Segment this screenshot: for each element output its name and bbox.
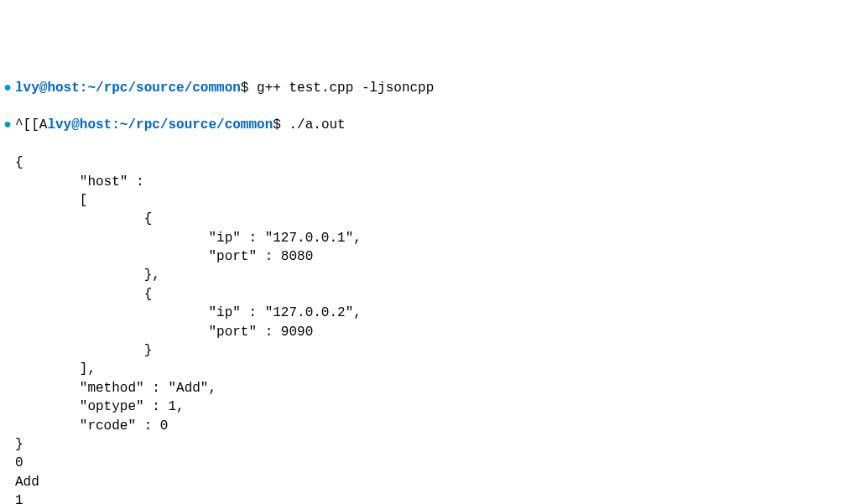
output-line: ], [0,360,854,378]
output-line: { [0,285,854,304]
output-line: { [0,153,854,172]
output-line: } [0,341,854,360]
space [281,116,289,134]
output-line: "port" : 9090 [0,323,854,341]
user-host: lvy@host [47,116,112,134]
colon: : [80,79,88,97]
output-line: 1 [0,491,854,504]
path: ~/rpc/source/common [120,116,273,134]
terminal-prompt-1: ●lvy@host:~/rpc/source/common$ g++ test.… [0,79,854,97]
terminal-output: { "host" : [ { "ip" : "127.0.0.1", "port… [0,153,854,504]
output-line: { [0,210,854,228]
bullet-icon: ● [0,116,15,134]
space [248,79,257,97]
escape-prefix: ^[[A [15,116,47,134]
output-line: "method" : "Add", [0,379,854,397]
bullet-icon: ● [0,79,15,97]
output-line: 0 [0,454,854,472]
output-line: "ip" : "127.0.0.2", [0,304,854,322]
output-line: "rcode" : 0 [0,417,854,435]
output-line: Add [0,473,854,491]
output-line: "optype" : 1, [0,397,854,416]
output-line: }, [0,266,854,284]
dollar-sign: $ [273,116,281,134]
output-line: "ip" : "127.0.0.1", [0,229,854,247]
output-line: "host" : [0,173,854,191]
terminal-prompt-2: ●^[[Alvy@host:~/rpc/source/common$ ./a.o… [0,116,854,134]
output-line: } [0,435,854,454]
output-line: [ [0,191,854,210]
user-host: lvy@host [15,79,80,97]
dollar-sign: $ [241,79,249,97]
command-input[interactable]: g++ test.cpp -ljsoncpp [257,79,434,97]
command-input[interactable]: ./a.out [289,116,345,134]
colon: : [112,116,120,134]
path: ~/rpc/source/common [87,79,240,97]
output-line: "port" : 8080 [0,247,854,266]
